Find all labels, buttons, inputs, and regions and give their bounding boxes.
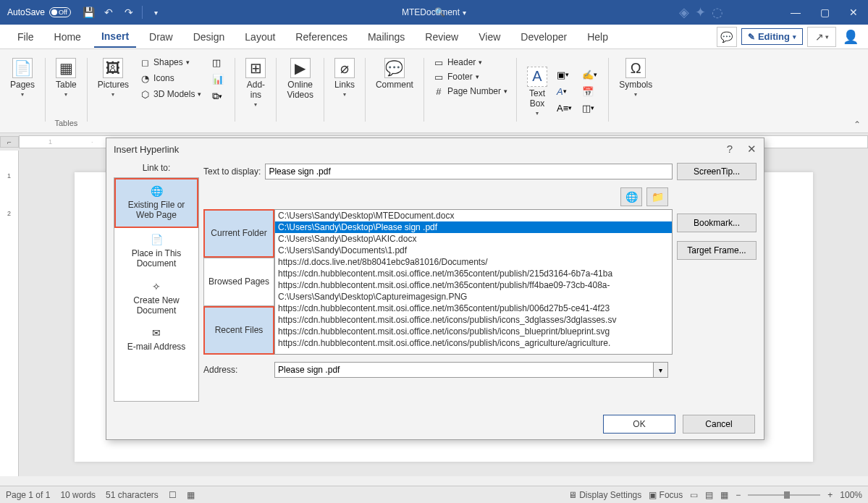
- vertical-ruler[interactable]: 12: [0, 151, 19, 476]
- macros-icon[interactable]: ▦: [187, 490, 195, 500]
- icons-button[interactable]: ◔Icons: [136, 71, 204, 85]
- file-item[interactable]: https://cdn.hubblecontent.msit.osi.offic…: [275, 314, 672, 326]
- dialog-help-icon[interactable]: ?: [727, 143, 733, 156]
- address-input[interactable]: [274, 362, 654, 378]
- undo-icon[interactable]: ↶: [101, 5, 116, 20]
- file-item[interactable]: https://d.docs.live.net/8b8041ebc9a81016…: [275, 256, 672, 268]
- tab-design[interactable]: Design: [186, 27, 232, 47]
- file-item[interactable]: C:\Users\Sandy\Desktop\Captureimagesign.…: [275, 291, 672, 303]
- file-item[interactable]: https://cdn.hubblecontent.msit.osi.offic…: [275, 303, 672, 314]
- print-layout-icon[interactable]: ▤: [705, 490, 713, 500]
- links-button[interactable]: ⌀Links▾: [330, 55, 359, 101]
- display-settings-button[interactable]: 🖥 Display Settings: [568, 490, 641, 500]
- browsed-pages-button[interactable]: Browsed Pages: [203, 258, 274, 306]
- textbox-button[interactable]: AText Box▾: [523, 64, 552, 119]
- browse-file-button[interactable]: 📁: [646, 187, 668, 206]
- tab-draw[interactable]: Draw: [142, 27, 180, 47]
- editing-mode-button[interactable]: ✎ Editing ▾: [741, 28, 803, 45]
- footer-button[interactable]: ▭Footer ▾: [430, 69, 482, 84]
- screenshot-button[interactable]: ⧉ ▾: [210, 88, 226, 104]
- address-dropdown-button[interactable]: ▾: [654, 362, 668, 378]
- text-to-display-input[interactable]: [265, 164, 673, 179]
- page-number-button[interactable]: #Page Number ▾: [430, 84, 510, 98]
- addins-button[interactable]: ⊞Add- ins▾: [241, 55, 270, 111]
- browse-web-button[interactable]: 🌐: [620, 187, 642, 206]
- tab-developer[interactable]: Developer: [513, 27, 574, 47]
- file-item[interactable]: https://cdn.hubblecontent.msit.osi.offic…: [275, 279, 672, 291]
- file-item[interactable]: C:\Users\Sandy\Desktop\AKIC.docx: [275, 233, 672, 245]
- symbols-button[interactable]: ΩSymbols▾: [615, 55, 657, 101]
- wordart-button[interactable]: A ▾: [555, 84, 574, 99]
- pencil-icon: ✎: [748, 32, 755, 42]
- quick-parts-button[interactable]: ▣ ▾: [555, 67, 574, 83]
- file-list[interactable]: C:\Users\Sandy\Desktop\MTEDocument.docx …: [274, 209, 673, 355]
- qat-dropdown-icon[interactable]: ▾: [148, 5, 163, 20]
- track-changes-icon[interactable]: ☐: [169, 490, 177, 500]
- file-item[interactable]: C:\Users\Sandy\Desktop\Please sign .pdf: [275, 221, 672, 233]
- ribbon-collapse-button[interactable]: ⌃: [854, 119, 861, 130]
- tab-references[interactable]: References: [288, 27, 355, 47]
- object-button[interactable]: ◫ ▾: [580, 101, 599, 116]
- bookmark-button[interactable]: Bookmark...: [677, 214, 757, 232]
- tab-home[interactable]: Home: [47, 27, 88, 47]
- dialog-titlebar[interactable]: Insert Hyperlink ? ✕: [106, 138, 764, 160]
- online-video-button[interactable]: ▶Online Videos: [282, 55, 317, 103]
- zoom-in-icon[interactable]: +: [827, 490, 833, 500]
- focus-button[interactable]: ▣ Focus: [649, 490, 683, 500]
- 3dmodels-button[interactable]: ⬡3D Models ▾: [136, 87, 204, 101]
- file-item[interactable]: C:\Users\Sandy\Documents\1.pdf: [275, 245, 672, 256]
- search-icon[interactable]: 🔍: [434, 7, 446, 17]
- autosave-toggle[interactable]: AutoSave Off: [7, 7, 71, 17]
- share-button[interactable]: ↗ ▾: [807, 27, 836, 47]
- ok-button[interactable]: OK: [603, 415, 675, 434]
- zoom-out-icon[interactable]: −: [736, 490, 741, 500]
- cancel-button[interactable]: Cancel: [683, 415, 755, 434]
- chart-button[interactable]: 📊: [210, 72, 226, 87]
- dialog-close-icon[interactable]: ✕: [747, 143, 757, 156]
- save-icon[interactable]: 💾: [81, 5, 96, 20]
- page-icon: 📄: [12, 58, 33, 78]
- target-frame-button[interactable]: Target Frame...: [677, 241, 757, 260]
- tab-review[interactable]: Review: [418, 27, 465, 47]
- tab-insert[interactable]: Insert: [94, 26, 136, 48]
- comments-button[interactable]: 💬: [717, 27, 737, 47]
- tab-help[interactable]: Help: [580, 27, 615, 47]
- zoom-slider[interactable]: [748, 494, 820, 496]
- comment-button[interactable]: 💬Comment: [371, 55, 418, 93]
- screentip-button[interactable]: ScreenTip...: [677, 163, 757, 180]
- status-chars[interactable]: 51 characters: [106, 490, 159, 500]
- linkto-place-in-document[interactable]: 📄 Place in ThisDocument: [114, 228, 198, 275]
- file-item[interactable]: https://cdn.hubblecontent.msit.osi.offic…: [275, 326, 672, 337]
- maximize-icon[interactable]: ▢: [810, 0, 839, 25]
- tab-layout[interactable]: Layout: [237, 27, 282, 47]
- linkto-create-new[interactable]: ✧ Create NewDocument: [114, 275, 198, 322]
- web-layout-icon[interactable]: ▦: [720, 490, 728, 500]
- read-mode-icon[interactable]: ▭: [690, 490, 698, 500]
- recent-files-button[interactable]: Recent Files: [203, 306, 274, 355]
- header-button[interactable]: ▭Header ▾: [430, 55, 485, 69]
- zoom-level[interactable]: 100%: [840, 490, 862, 500]
- datetime-button[interactable]: 📅: [580, 84, 599, 99]
- current-folder-button[interactable]: Current Folder: [203, 209, 274, 258]
- pages-button[interactable]: 📄Pages▾: [6, 55, 39, 101]
- file-item[interactable]: C:\Users\Sandy\Desktop\MTEDocument.docx: [275, 210, 672, 221]
- linkto-existing-file[interactable]: 🌐 Existing File orWeb Page: [114, 178, 198, 228]
- file-item[interactable]: https://cdn.hubblecontent.msit.osi.offic…: [275, 337, 672, 349]
- linkto-email-address[interactable]: ✉ E-mail Address: [114, 321, 198, 358]
- account-icon[interactable]: 👤: [840, 27, 861, 47]
- file-item[interactable]: https://cdn.hubblecontent.msit.osi.offic…: [275, 268, 672, 279]
- tab-file[interactable]: File: [10, 27, 41, 47]
- minimize-icon[interactable]: —: [781, 0, 810, 25]
- shapes-button[interactable]: ◻Shapes ▾: [136, 55, 204, 69]
- tab-mailings[interactable]: Mailings: [361, 27, 412, 47]
- drop-cap-button[interactable]: A≡ ▾: [555, 101, 574, 116]
- signature-line-button[interactable]: ✍ ▾: [580, 67, 599, 83]
- smartart-button[interactable]: ◫: [210, 55, 226, 70]
- status-words[interactable]: 10 words: [60, 490, 96, 500]
- table-button[interactable]: ▦Table▾: [51, 55, 81, 101]
- redo-icon[interactable]: ↷: [122, 5, 136, 20]
- tab-view[interactable]: View: [471, 27, 507, 47]
- pictures-button[interactable]: 🖼Pictures▾: [93, 55, 133, 101]
- status-page[interactable]: Page 1 of 1: [6, 490, 50, 500]
- close-icon[interactable]: ✕: [839, 0, 868, 25]
